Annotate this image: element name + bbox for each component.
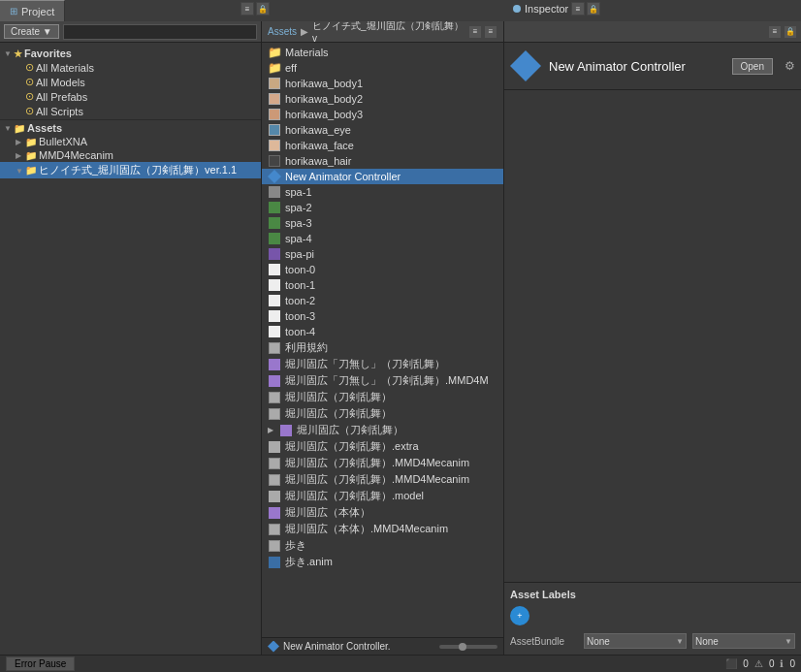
inspector-tab-dot — [513, 5, 521, 13]
tab-project[interactable]: ⊞ Project — [0, 0, 65, 21]
assets-header[interactable]: ▼ 📁 Assets — [0, 121, 261, 135]
asset-label: spa-2 — [285, 202, 312, 213]
asset-eff-folder[interactable]: 📁 eff — [262, 60, 503, 76]
project-menu-button[interactable]: ≡ — [240, 2, 254, 16]
asset-horikawa-honbai-mmd4m[interactable]: 堀川固広（本体）.MMD4Mecanim — [262, 521, 503, 537]
add-label-button[interactable]: + — [510, 606, 529, 625]
asset-toon4[interactable]: toon-4 — [262, 324, 503, 339]
expand-arrow: ▶ — [268, 426, 273, 434]
asset-spa4[interactable]: spa-4 — [262, 231, 503, 246]
asset-label: 堀川固広（本体）.MMD4Mecanim — [285, 522, 448, 536]
assets-menu[interactable]: ≡ — [484, 25, 497, 39]
animator-thumb — [268, 170, 281, 183]
asset-horikawa-extra[interactable]: 堀川固広（刀剣乱舞）.extra — [262, 438, 503, 455]
asset-label: horikawa_eye — [285, 124, 351, 136]
asset-toon0[interactable]: toon-0 — [262, 262, 503, 277]
breadcrumb-assets[interactable]: Assets — [268, 26, 297, 37]
sidebar-item-all-scripts[interactable]: ⊙ All Scripts — [0, 104, 261, 118]
text-thumb4 — [268, 457, 281, 470]
material-thumb-grey — [268, 185, 281, 199]
asset-riyou[interactable]: 利用規約 — [262, 339, 503, 356]
material-thumb-green2 — [268, 201, 281, 214]
zoom-slider[interactable] — [439, 645, 497, 649]
asset-label: 歩き.anim — [285, 555, 333, 569]
asset-horikawa-mmd4m1[interactable]: 堀川固広（刀剣乱舞）.MMD4Mecanim — [262, 455, 503, 471]
asset-label: 利用規約 — [285, 340, 328, 355]
assets-view-toggle[interactable]: ≡ — [468, 25, 482, 39]
inspector-toolbar-lock[interactable]: 🔒 — [784, 25, 797, 39]
asset-label: horikawa_face — [285, 140, 354, 151]
asset-spa1[interactable]: spa-1 — [262, 184, 503, 200]
asset-horikawa-toukenbm[interactable]: 堀川固広（刀剣乱舞） — [262, 389, 503, 405]
asset-bundle-dropdown-2[interactable]: None ▼ — [692, 633, 795, 649]
asset-toon2[interactable]: toon-2 — [262, 293, 503, 308]
asset-label: spa-3 — [285, 217, 312, 229]
project-lock-button[interactable]: 🔒 — [256, 2, 270, 16]
asset-horikawa-katana-mesh[interactable]: 堀川固広「刀無し」（刀剣乱舞） — [262, 356, 503, 372]
asset-toon3[interactable]: toon-3 — [262, 308, 503, 324]
search-input[interactable] — [63, 24, 257, 40]
asset-toon1[interactable]: toon-1 — [262, 277, 503, 293]
asset-label: 堀川固広（本体） — [285, 505, 370, 520]
asset-label: 堀川固広（刀剣乱舞）.MMD4Mecanim — [285, 456, 469, 470]
bulletxna-label: BulletXNA — [39, 136, 87, 147]
inspector-toolbar-menu[interactable]: ≡ — [768, 25, 782, 39]
asset-materials-folder[interactable]: 📁 Materials — [262, 45, 503, 60]
asset-horikawa-honbai[interactable]: 堀川固広（本体） — [262, 504, 503, 521]
warning-count-icon: ⚠ — [754, 658, 763, 669]
material-thumb-toon4 — [268, 325, 281, 338]
asset-labels-section: Asset Labels + AssetBundle None ▼ None ▼ — [504, 582, 801, 655]
asset-horikawa-expand[interactable]: ▶ 堀川固広（刀剣乱舞） — [262, 422, 503, 438]
error-bar: Error Pause ⬛ 0 ⚠ 0 ℹ 0 — [0, 655, 801, 672]
inspector-open-button[interactable]: Open — [732, 58, 773, 75]
asset-horikawa-katana-mmd4m[interactable]: 堀川固広「刀無し」（刀剣乱舞）.MMD4M — [262, 372, 503, 389]
asset-aruki[interactable]: 歩き — [262, 537, 503, 554]
asset-horikawa-model[interactable]: 堀川固広（刀剣乱舞）.model — [262, 488, 503, 504]
asset-label: eff — [285, 62, 297, 74]
asset-horikawa-toukenbm2[interactable]: 堀川固広（刀剣乱舞） — [262, 405, 503, 422]
asset-label: 堀川固広（刀剣乱舞）.MMD4Mecanim — [285, 472, 469, 487]
sidebar-item-hinoyichi[interactable]: ▼ 📁 ヒノイチ式_堀川固広（刀剣乱舞）ver.1.1 — [0, 162, 261, 178]
inspector-body — [504, 90, 801, 582]
favorites-header[interactable]: ▼ ★ Favorites — [0, 47, 261, 60]
asset-bundle-dropdown-1[interactable]: None ▼ — [584, 633, 687, 649]
inspector-menu-button[interactable]: ≡ — [571, 2, 585, 16]
inspector-lock-button[interactable]: 🔒 — [587, 2, 600, 16]
material-thumb-toon2 — [268, 294, 281, 307]
asset-aruki-anim[interactable]: 歩き.anim — [262, 554, 503, 570]
breadcrumb-folder[interactable]: ヒノイチ式_堀川固広（刀剣乱舞）v — [312, 21, 465, 44]
asset-labels-title: Asset Labels — [510, 589, 795, 600]
project-panel: Create ▼ ▼ ★ Favorites ⊙ All Materials ⊙… — [0, 21, 262, 655]
asset-label: horikawa_body1 — [285, 78, 363, 89]
sidebar-item-all-prefabs[interactable]: ⊙ All Prefabs — [0, 89, 261, 104]
statusbar-animator-icon — [268, 641, 279, 653]
inspector-settings-icon[interactable]: ⚙ — [785, 59, 795, 73]
all-materials-label: All Materials — [36, 62, 94, 74]
asset-new-animator-controller[interactable]: New Animator Controller — [262, 169, 503, 184]
asset-horikawa-mmd4m2[interactable]: 堀川固広（刀剣乱舞）.MMD4Mecanim — [262, 471, 503, 488]
asset-horikawa-body2[interactable]: horikawa_body2 — [262, 91, 503, 107]
asset-spa-pi[interactable]: spa-pi — [262, 246, 503, 262]
asset-horikawa-eye[interactable]: horikawa_eye — [262, 122, 503, 138]
inspector-header: New Animator Controller Open ⚙ — [504, 43, 801, 90]
error-pause-button[interactable]: Error Pause — [6, 656, 75, 671]
assets-panel: Assets ▶ ヒノイチ式_堀川固広（刀剣乱舞）v ≡ ≡ 📁 Materia… — [262, 21, 504, 655]
tab-inspector[interactable]: Inspector ≡ 🔒 — [503, 0, 602, 17]
asset-horikawa-body1[interactable]: horikawa_body1 — [262, 76, 503, 91]
asset-spa2[interactable]: spa-2 — [262, 200, 503, 215]
sidebar-item-mmd4mecanim[interactable]: ▶ 📁 MMD4Mecanim — [0, 148, 261, 162]
asset-horikawa-face[interactable]: horikawa_face — [262, 138, 503, 153]
search-icon-3: ⊙ — [25, 90, 34, 103]
asset-horikawa-body3[interactable]: horikawa_body3 — [262, 107, 503, 122]
asset-spa3[interactable]: spa-3 — [262, 215, 503, 231]
asset-horikawa-hair[interactable]: horikawa_hair — [262, 153, 503, 169]
asset-label: toon-3 — [285, 310, 315, 322]
sidebar-item-bulletxna[interactable]: ▶ 📁 BulletXNA — [0, 135, 261, 148]
anim-thumb — [268, 556, 281, 569]
asset-label: spa-pi — [285, 248, 314, 260]
assets-statusbar: New Animator Controller. — [262, 637, 503, 655]
error-count: 0 — [743, 658, 749, 669]
create-button[interactable]: Create ▼ — [4, 24, 59, 39]
sidebar-item-all-models[interactable]: ⊙ All Models — [0, 75, 261, 89]
sidebar-item-all-materials[interactable]: ⊙ All Materials — [0, 60, 261, 75]
